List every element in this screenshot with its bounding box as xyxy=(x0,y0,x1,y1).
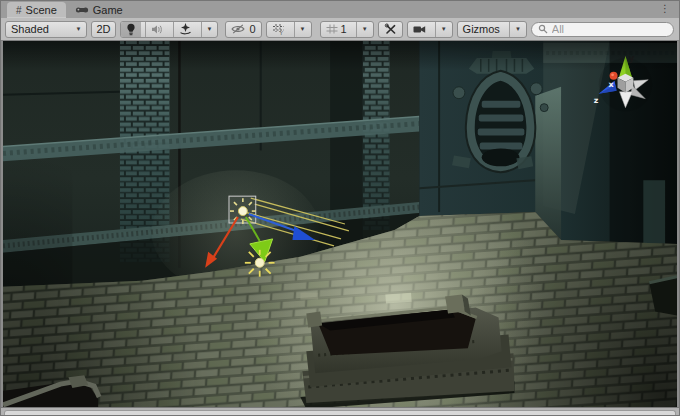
scene-toolbar: Shaded ▼ 2D ▼ 0 Y xyxy=(1,18,679,41)
hidden-count: 0 xyxy=(249,23,255,35)
snap-settings-group: 1 ▼ xyxy=(320,21,374,38)
chevron-down-icon: ▼ xyxy=(441,26,447,32)
gamepad-icon xyxy=(75,5,89,16)
chevron-down-icon: ▼ xyxy=(76,26,82,32)
tab-game[interactable]: Game xyxy=(66,2,132,18)
chevron-down-icon: ▼ xyxy=(300,26,306,32)
eye-off-icon xyxy=(231,24,245,34)
svg-text:Y: Y xyxy=(278,30,283,35)
scene-camera-group: ▼ xyxy=(407,21,453,38)
gizmos-group: Gizmos ▼ xyxy=(457,21,527,38)
tab-scene-label: Scene xyxy=(26,4,57,16)
grid-visibility-toggle[interactable]: Y xyxy=(267,22,290,37)
gizmos-arrow[interactable]: ▼ xyxy=(509,22,526,37)
lightbulb-icon xyxy=(126,23,136,36)
scene-tab-grid-icon: # xyxy=(16,5,22,16)
effects-dropdown[interactable]: ▼ xyxy=(201,22,218,37)
shading-mode-dropdown[interactable]: Shaded ▼ xyxy=(5,21,87,38)
grid-visibility-dropdown[interactable]: ▼ xyxy=(294,22,311,37)
2d-toggle-button[interactable]: 2D xyxy=(91,21,115,38)
tab-game-label: Game xyxy=(93,4,123,16)
chevron-down-icon: ▼ xyxy=(207,26,213,32)
search-icon xyxy=(538,24,548,34)
grid-axis-icon: Y xyxy=(272,23,285,35)
effects-star-icon xyxy=(179,23,192,35)
view-options-group: ▼ xyxy=(120,21,219,38)
more-menu-icon[interactable]: ⋮ xyxy=(660,2,670,16)
snap-settings-dropdown[interactable]: ▼ xyxy=(356,22,373,37)
audio-toggle[interactable] xyxy=(145,22,169,37)
gizmos-label: Gizmos xyxy=(463,23,500,35)
search-box[interactable] xyxy=(531,22,674,37)
axis-x-sphere[interactable] xyxy=(610,72,618,80)
snap-grid-icon xyxy=(326,24,338,34)
chevron-down-icon: ▼ xyxy=(362,26,368,32)
shading-mode-label: Shaded xyxy=(11,23,49,35)
snap-settings-toggle[interactable]: 1 xyxy=(321,22,352,37)
bottom-panel-tab-strip[interactable] xyxy=(4,410,676,416)
scene-camera-button[interactable] xyxy=(408,22,431,37)
unity-scene-window: # Scene Game ⋮ Shaded ▼ 2D xyxy=(0,0,680,416)
tab-bar: # Scene Game ⋮ xyxy=(1,1,679,18)
component-tools-button[interactable] xyxy=(378,21,403,38)
camera-icon xyxy=(413,25,426,34)
hidden-objects-toggle[interactable]: 0 xyxy=(225,21,261,38)
effects-toggle[interactable] xyxy=(173,22,197,37)
scene-lighting-toggle[interactable] xyxy=(121,22,141,37)
speaker-icon xyxy=(151,24,164,35)
snap-count: 1 xyxy=(341,23,347,35)
scene-camera-dropdown[interactable]: ▼ xyxy=(435,22,452,37)
grid-visibility-group: Y ▼ xyxy=(266,21,312,38)
axis-z-label: z xyxy=(594,96,599,105)
gizmos-dropdown[interactable]: Gizmos xyxy=(458,22,505,37)
tools-icon xyxy=(384,23,397,35)
bottom-panel-edge xyxy=(1,407,679,415)
search-input[interactable] xyxy=(552,23,667,35)
tab-scene[interactable]: # Scene xyxy=(7,2,66,18)
scene-viewport[interactable]: y x z xyxy=(1,41,679,407)
2d-label: 2D xyxy=(96,23,110,35)
axis-x-label: x xyxy=(609,80,614,89)
chevron-down-icon: ▼ xyxy=(515,26,521,32)
